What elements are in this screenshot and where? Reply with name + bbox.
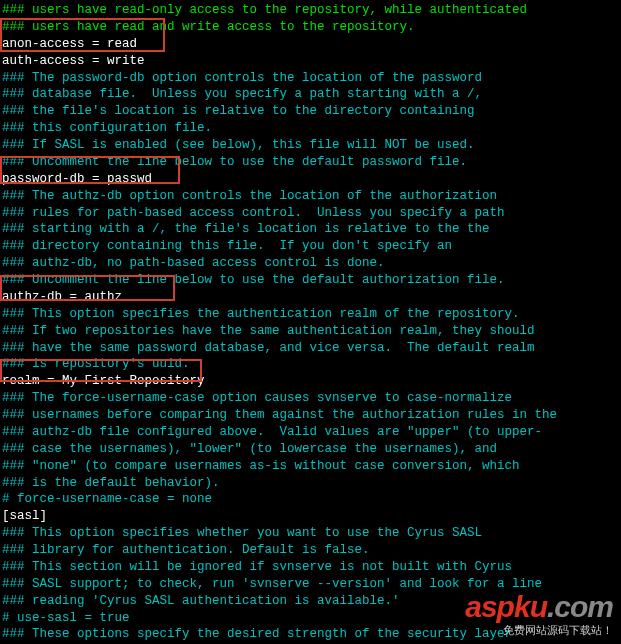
config-line: ### The force-username-case option cause… <box>2 390 621 407</box>
config-line: ### the file's location is relative to t… <box>2 103 621 120</box>
config-line: ### directory containing this file. If y… <box>2 238 621 255</box>
config-line: # use-sasl = true <box>2 610 621 627</box>
config-line: ### users have read-only access to the r… <box>2 2 621 19</box>
config-line: ### This option specifies the authentica… <box>2 306 621 323</box>
config-line: ### "none" (to compare usernames as-is w… <box>2 458 621 475</box>
config-line: ### The password-db option controls the … <box>2 70 621 87</box>
config-line: # force-username-case = none <box>2 491 621 508</box>
config-line: password-db = passwd <box>2 171 621 188</box>
config-line: ### SASL support; to check, run 'svnserv… <box>2 576 621 593</box>
config-line: ### If SASL is enabled (see below), this… <box>2 137 621 154</box>
config-line: ### Uncomment the line below to use the … <box>2 154 621 171</box>
config-line: ### The authz-db option controls the loc… <box>2 188 621 205</box>
config-line: ### library for authentication. Default … <box>2 542 621 559</box>
config-line: ### have the same password database, and… <box>2 340 621 357</box>
config-line: ### is the default behavior). <box>2 475 621 492</box>
config-line: ### rules for path-based access control.… <box>2 205 621 222</box>
config-line: [sasl] <box>2 508 621 525</box>
config-line: ### users have read and write access to … <box>2 19 621 36</box>
config-line: ### is repository's uuid. <box>2 356 621 373</box>
config-line: ### database file. Unless you specify a … <box>2 86 621 103</box>
config-line: ### If two repositories have the same au… <box>2 323 621 340</box>
config-line: ### authz-db, no path-based access contr… <box>2 255 621 272</box>
config-line: ### Uncomment the line below to use the … <box>2 272 621 289</box>
config-line: authz-db = authz <box>2 289 621 306</box>
config-line: ### This section will be ignored if svns… <box>2 559 621 576</box>
config-line: ### These options specify the desired st… <box>2 626 621 643</box>
config-line: ### starting with a /, the file's locati… <box>2 221 621 238</box>
config-line: ### reading 'Cyrus SASL authentication i… <box>2 593 621 610</box>
config-line: ### authz-db file configured above. Vali… <box>2 424 621 441</box>
terminal-content: ### users have read-only access to the r… <box>2 2 621 644</box>
config-line: anon-access = read <box>2 36 621 53</box>
config-line: ### this configuration file. <box>2 120 621 137</box>
config-line: ### usernames before comparing them agai… <box>2 407 621 424</box>
config-line: auth-access = write <box>2 53 621 70</box>
config-line: ### case the usernames), "lower" (to low… <box>2 441 621 458</box>
config-line: realm = My First Repository <box>2 373 621 390</box>
config-line: ### This option specifies whether you wa… <box>2 525 621 542</box>
